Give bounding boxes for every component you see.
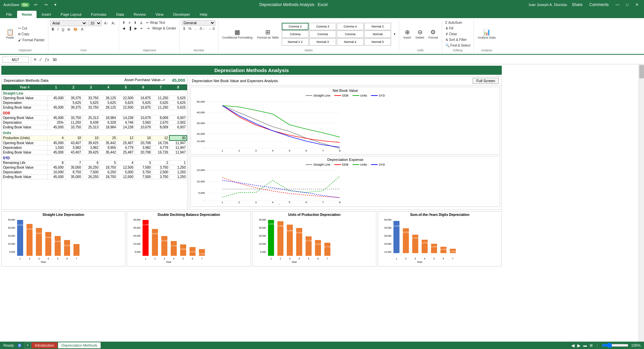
tab-developer[interactable]: Developer — [168, 11, 195, 18]
fill-color-button[interactable]: 🎨 — [72, 27, 79, 32]
underline-button[interactable]: U — [60, 27, 65, 32]
add-sheet-button[interactable]: + — [25, 342, 31, 348]
italic-button[interactable]: I — [56, 27, 60, 32]
styles-more-button[interactable]: ▾ — [392, 32, 397, 37]
align-left-button[interactable]: ◀ — [121, 26, 126, 31]
style-comma3[interactable]: Comma 3 — [309, 23, 336, 30]
spreadsheet[interactable]: Depreciation Methods Analysis Depreciati… — [0, 64, 639, 341]
share-button[interactable]: Share — [570, 2, 585, 8]
svg-rect-100 — [306, 236, 312, 256]
paste-button[interactable]: 📋 Paste — [4, 28, 16, 40]
redo-button[interactable]: ↪ — [42, 2, 50, 8]
formula-input[interactable] — [51, 57, 642, 62]
cancel-formula-icon[interactable]: ✕ — [33, 57, 37, 62]
font-size-select[interactable]: 10 — [88, 20, 102, 26]
confirm-formula-icon[interactable]: ✓ — [39, 57, 43, 62]
decrease-font-button[interactable]: A↓ — [110, 21, 117, 26]
selected-cell[interactable]: 30 — [169, 135, 187, 140]
syd-mini-chart: Sum-of-the-Years Digits Depreciation 50,… — [378, 211, 502, 267]
merge-center-button[interactable]: Merge & Center — [151, 26, 178, 31]
style-normal22[interactable]: Normal 2 2 — [282, 38, 309, 46]
autosum-button[interactable]: Σ AutoSum — [444, 20, 464, 25]
font-color-button[interactable]: A — [79, 27, 85, 32]
style-normal4[interactable]: Normal 4 — [337, 38, 364, 46]
next-sheet-button[interactable]: ▶ — [577, 343, 581, 348]
style-normal5[interactable]: Normal 5 — [364, 38, 391, 46]
minimize-button[interactable]: — — [613, 2, 622, 8]
vertical-scrollbar[interactable] — [639, 64, 644, 348]
quick-save-button[interactable]: ▾ — [52, 2, 58, 8]
style-comma2[interactable]: Comma 2 — [282, 23, 309, 30]
insert-button[interactable]: ⊕ Insert — [401, 28, 413, 40]
style-normal[interactable]: Normal — [364, 31, 391, 38]
borders-button[interactable]: ⊞ — [66, 27, 71, 32]
name-box[interactable] — [2, 57, 29, 63]
units-ending-row: Ending Book Value 45,000 43,407 39,425 3… — [2, 150, 187, 155]
style-comma4[interactable]: Comma 4 — [337, 23, 364, 30]
font-name-select[interactable]: Arial — [50, 20, 87, 26]
previous-sheet-button[interactable]: ◀ — [571, 343, 575, 348]
tab-formulas[interactable]: Formulas — [87, 11, 111, 18]
ddb-label: DDB — [2, 110, 187, 116]
insert-function-icon[interactable]: ƒx — [45, 57, 49, 62]
style-normal2[interactable]: Normal 2 — [364, 23, 391, 30]
zoom-slider[interactable] — [602, 343, 629, 348]
style-comma-c[interactable]: Comma — [337, 31, 364, 38]
tab-introduction[interactable]: Introduction — [32, 342, 57, 348]
autosave-toggle[interactable]: AutoSave On — [3, 3, 30, 7]
indent-inc-button[interactable]: ⇥ — [145, 26, 151, 31]
delete-button[interactable]: ⊖ Delete — [414, 28, 426, 40]
tab-help[interactable]: Help — [195, 11, 212, 18]
increase-font-button[interactable]: A↑ — [103, 21, 109, 26]
find-select-button[interactable]: 🔍 Find & Select — [444, 43, 472, 48]
style-comma-a[interactable]: Comma — [282, 31, 309, 38]
orientation-button[interactable]: ∡ — [139, 20, 144, 25]
tab-insert[interactable]: Insert — [37, 11, 56, 18]
clipboard-group: 📋 Paste ✂ Cut ⧉ Copy 🖌 Format Painter Cl… — [2, 19, 48, 53]
format-painter-button[interactable]: 🖌 Format Painter — [17, 38, 46, 43]
fill-button[interactable]: ⬇ Fill — [444, 26, 455, 31]
status-bar: Ready ♿ + Introduction Depreciation Meth… — [0, 342, 644, 349]
style-normal3[interactable]: Normal 3 — [309, 38, 336, 46]
tab-home[interactable]: Home — [17, 11, 37, 18]
sort-filter-button[interactable]: ⇅ Sort & Filter — [444, 37, 468, 42]
wrap-text-button[interactable]: ↵ Wrap Text — [145, 20, 166, 25]
svg-text:(8,438): (8,438) — [152, 233, 158, 235]
close-button[interactable]: ✕ — [633, 2, 641, 8]
page-break-icon[interactable]: ⋮ — [595, 343, 599, 348]
comma-button[interactable]: , — [194, 26, 197, 31]
align-top-button[interactable]: ⬆ — [121, 20, 126, 25]
number-format-select[interactable]: General — [182, 20, 215, 25]
tab-view[interactable]: View — [151, 11, 168, 18]
maximize-button[interactable]: □ — [624, 2, 631, 8]
tab-page-layout[interactable]: Page Layout — [56, 11, 86, 18]
clear-button[interactable]: ✗ Clear — [444, 32, 459, 37]
align-center-button[interactable]: ▐ — [127, 26, 132, 31]
tab-file[interactable]: File — [1, 11, 17, 18]
style-comma-b[interactable]: Comma — [309, 31, 336, 38]
decrease-decimal-button[interactable]: ←.0 — [207, 26, 216, 31]
conditional-formatting-button[interactable]: ▦ Conditional Formatting — [220, 28, 254, 40]
tab-data[interactable]: Data — [111, 11, 128, 18]
format-button[interactable]: ⚙ Format — [427, 28, 440, 40]
tab-review[interactable]: Review — [129, 11, 151, 18]
svg-text:(3,560): (3,560) — [180, 248, 186, 250]
copy-button[interactable]: ⧉ Copy — [17, 32, 46, 37]
full-screen-button[interactable]: Full Screen — [473, 78, 499, 84]
percent-button[interactable]: % — [187, 26, 193, 31]
bold-button[interactable]: B — [50, 27, 55, 32]
format-table-button[interactable]: ⊞ Format as Table — [256, 28, 280, 40]
tab-depreciation-methods[interactable]: Depreciation Methods — [58, 342, 101, 348]
align-bottom-button[interactable]: ⬇ — [132, 20, 138, 25]
normal-view-icon[interactable]: ▬ — [583, 343, 587, 347]
cut-button[interactable]: ✂ Cut — [17, 26, 46, 31]
analyze-data-button[interactable]: 📊 Analyze Data — [476, 28, 497, 40]
currency-button[interactable]: $ — [182, 26, 186, 31]
comments-button[interactable]: Comments — [587, 2, 611, 8]
increase-decimal-button[interactable]: .0→ — [198, 26, 206, 31]
align-middle-button[interactable]: ≡ — [127, 20, 132, 25]
undo-button[interactable]: ↩ — [32, 2, 40, 8]
page-layout-icon[interactable]: ⊞ — [590, 343, 593, 348]
align-right-button[interactable]: ▶ — [133, 26, 139, 31]
indent-dec-button[interactable]: ⇤ — [139, 26, 145, 31]
